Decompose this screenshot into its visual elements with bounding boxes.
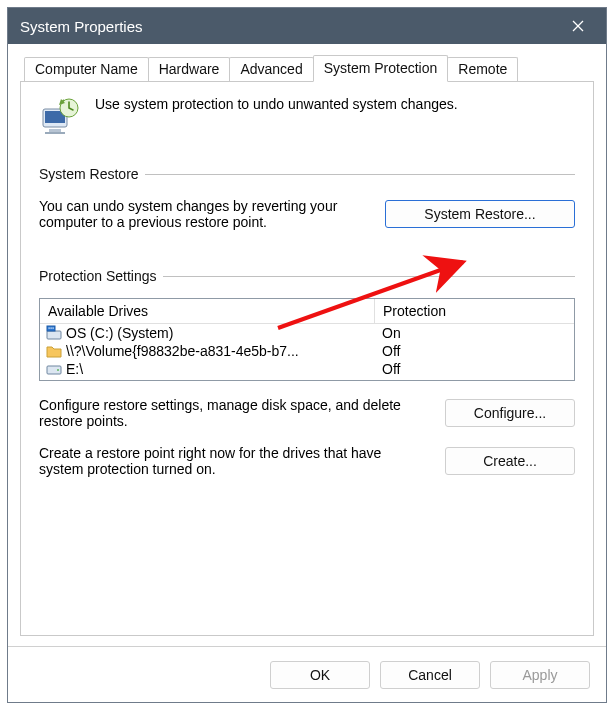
col-available-drives[interactable]: Available Drives <box>40 299 374 324</box>
create-row: Create a restore point right now for the… <box>39 445 575 477</box>
svg-rect-5 <box>45 132 65 134</box>
table-row[interactable]: \\?\Volume{f98832be-a831-4e5b-b7... Off <box>40 342 574 360</box>
drive-name: E:\ <box>66 361 83 377</box>
create-button[interactable]: Create... <box>445 447 575 475</box>
drive-name: OS (C:) (System) <box>66 325 173 341</box>
protection-settings-group: Protection Settings Available Drives Pro… <box>39 268 575 487</box>
drive-name: \\?\Volume{f98832be-a831-4e5b-b7... <box>66 343 299 359</box>
disk-icon <box>46 361 62 377</box>
drive-protection: On <box>382 325 401 341</box>
cancel-button[interactable]: Cancel <box>380 661 480 689</box>
drive-protection: Off <box>382 343 400 359</box>
table-row[interactable]: E:\ Off <box>40 360 574 378</box>
configure-desc: Configure restore settings, manage disk … <box>39 397 429 429</box>
disk-system-icon <box>46 325 62 341</box>
tab-hardware[interactable]: Hardware <box>148 57 231 84</box>
window-title: System Properties <box>20 18 562 35</box>
system-protection-icon <box>39 96 81 138</box>
intro-text: Use system protection to undo unwanted s… <box>95 96 575 112</box>
configure-row: Configure restore settings, manage disk … <box>39 397 575 429</box>
dialog-footer: OK Cancel Apply <box>8 646 606 702</box>
drive-protection: Off <box>382 361 400 377</box>
tab-remote[interactable]: Remote <box>447 57 518 84</box>
system-restore-group: System Restore You can undo system chang… <box>39 166 575 240</box>
tab-panel-system-protection: Use system protection to undo unwanted s… <box>20 81 594 636</box>
system-properties-window: System Properties Computer Name Hardware… <box>7 7 607 703</box>
titlebar: System Properties <box>8 8 606 44</box>
svg-rect-11 <box>51 328 52 329</box>
dialog-body: Computer Name Hardware Advanced System P… <box>8 44 606 646</box>
tab-computer-name[interactable]: Computer Name <box>24 57 149 84</box>
svg-rect-8 <box>47 331 61 339</box>
system-restore-desc: You can undo system changes by reverting… <box>39 198 369 230</box>
svg-rect-4 <box>49 129 61 132</box>
svg-rect-10 <box>49 328 50 329</box>
drives-table: Available Drives Protection <box>39 298 575 381</box>
tab-advanced[interactable]: Advanced <box>229 57 313 84</box>
protection-settings-legend: Protection Settings <box>39 268 163 284</box>
table-row[interactable]: OS (C:) (System) On <box>40 324 574 342</box>
configure-button[interactable]: Configure... <box>445 399 575 427</box>
create-desc: Create a restore point right now for the… <box>39 445 429 477</box>
close-icon <box>572 20 584 32</box>
ok-button[interactable]: OK <box>270 661 370 689</box>
svg-point-14 <box>57 369 59 371</box>
folder-icon <box>46 343 62 359</box>
col-protection[interactable]: Protection <box>374 299 574 324</box>
system-restore-legend: System Restore <box>39 166 145 182</box>
tab-strip: Computer Name Hardware Advanced System P… <box>20 54 594 81</box>
apply-button[interactable]: Apply <box>490 661 590 689</box>
intro-row: Use system protection to undo unwanted s… <box>39 96 575 138</box>
tab-system-protection[interactable]: System Protection <box>313 55 449 82</box>
system-restore-button[interactable]: System Restore... <box>385 200 575 228</box>
drives-table-header: Available Drives Protection <box>40 299 574 324</box>
svg-rect-12 <box>53 328 54 329</box>
close-button[interactable] <box>562 10 594 42</box>
